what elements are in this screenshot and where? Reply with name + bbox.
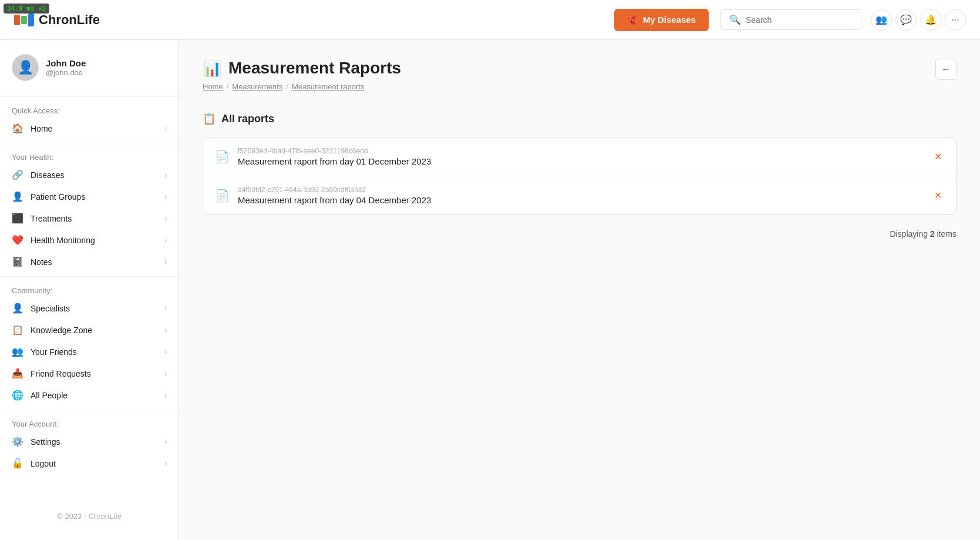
chevron-right-icon: › [164, 214, 167, 223]
sidebar-item-knowledge-zone[interactable]: 📋 Knowledge Zone › [0, 319, 179, 341]
user-name: John Doe [46, 58, 86, 68]
search-icon: 🔍 [729, 14, 741, 25]
search-input[interactable] [746, 15, 853, 25]
sidebar-item-diseases[interactable]: 🔗 Diseases › [0, 164, 179, 186]
sidebar-item-all-people-label: All People [31, 391, 68, 400]
logo-icon [14, 14, 34, 26]
user-info: John Doe @john.doe [46, 58, 86, 77]
reports-list: 📄 f52093ed-4bad-47lb-aee0-3231198c6edd M… [203, 137, 957, 215]
chevron-right-icon: › [164, 171, 167, 179]
sidebar-item-home[interactable]: 🏠 Home › [0, 118, 179, 139]
sidebar-item-patient-groups-label: Patient Groups [31, 192, 85, 202]
bell-icon-button[interactable]: 🔔 [920, 9, 941, 31]
report-item: 📄 a4f50fd2-c291-464a-9a92-2a60cdf6a532 M… [203, 176, 956, 214]
user-section: 👤 John Doe @john.doe [0, 49, 179, 93]
chevron-right-icon: › [164, 258, 167, 266]
page-title-section: 📊 Measurement Raports Home / Measurement… [203, 59, 401, 108]
sidebar-item-knowledge-zone-label: Knowledge Zone [31, 326, 92, 335]
breadcrumb-measurement-raports[interactable]: Measurement raports [292, 82, 365, 91]
your-health-label: Your Health: [0, 147, 179, 164]
displaying-suffix: items [935, 229, 957, 239]
displaying-count: 2 [930, 229, 935, 239]
chevron-right-icon: › [164, 391, 167, 400]
chevron-right-icon: › [164, 193, 167, 201]
section-icon: 📋 [203, 112, 215, 125]
report-item: 📄 f52093ed-4bad-47lb-aee0-3231198c6edd M… [203, 137, 956, 176]
more-icon-button[interactable]: ··· [945, 9, 966, 31]
sidebar: 👤 John Doe @john.doe Quick Access: 🏠 Hom… [0, 40, 179, 540]
app-logo[interactable]: ChronLife [14, 12, 100, 28]
breadcrumb-measurements[interactable]: Measurements [232, 82, 282, 91]
page-title-row: 📊 Measurement Raports [203, 59, 401, 78]
back-button[interactable]: ← [935, 59, 957, 80]
chevron-right-icon: › [164, 125, 167, 133]
chevron-right-icon: › [164, 370, 167, 378]
sidebar-item-diseases-label: Diseases [31, 170, 65, 180]
section-title: All raports [221, 113, 274, 125]
search-box: 🔍 [720, 9, 861, 30]
sidebar-item-specialists[interactable]: 👤 Specialists › [0, 297, 179, 319]
avatar: 👤 [12, 54, 39, 81]
home-icon: 🏠 [12, 123, 23, 134]
treatments-icon: ⬛ [12, 213, 23, 224]
report-file-icon: 📄 [215, 189, 230, 203]
page-title: Measurement Raports [228, 59, 401, 78]
displaying-count-text: Displaying 2 items [203, 229, 957, 239]
chevron-right-icon: › [164, 304, 167, 313]
specialists-icon: 👤 [12, 303, 23, 314]
chat-icon-button[interactable]: 💬 [895, 9, 917, 31]
topbar: ChronLife 🫀 My Diseases 🔍 👥 💬 🔔 ··· [0, 0, 980, 40]
sidebar-item-health-monitoring-label: Health Monitoring [31, 236, 95, 245]
people-icon-button[interactable]: 👥 [871, 9, 892, 31]
your-friends-icon: 👥 [12, 346, 23, 357]
page-title-icon: 📊 [203, 59, 221, 78]
report-uuid-2: a4f50fd2-c291-464a-9a92-2a60cdf6a532 [238, 186, 431, 194]
my-diseases-button[interactable]: 🫀 My Diseases [614, 9, 709, 31]
layout: 👤 John Doe @john.doe Quick Access: 🏠 Hom… [0, 40, 980, 540]
report-file-icon: 📄 [215, 150, 230, 164]
sidebar-item-your-friends-label: Your Friends [31, 347, 77, 357]
page-header: 📊 Measurement Raports Home / Measurement… [203, 59, 957, 108]
my-diseases-label: My Diseases [643, 15, 696, 25]
sidebar-footer: © 2023 - ChronLife [0, 498, 179, 525]
breadcrumb-home[interactable]: Home [203, 82, 223, 91]
chevron-right-icon: › [164, 348, 167, 356]
section-header: 📋 All raports [203, 112, 957, 125]
sidebar-item-notes[interactable]: 📓 Notes › [0, 251, 179, 273]
sidebar-item-friend-requests[interactable]: 📥 Friend Requests › [0, 363, 179, 384]
breadcrumb-sep-2: / [286, 82, 288, 91]
my-diseases-icon: 🫀 [627, 15, 638, 25]
sidebar-item-logout[interactable]: 🔓 Logout › [0, 452, 179, 474]
sidebar-item-friend-requests-label: Friend Requests [31, 369, 91, 378]
notes-icon: 📓 [12, 256, 23, 267]
report-uuid-1: f52093ed-4bad-47lb-aee0-3231198c6edd [238, 147, 431, 155]
friend-requests-icon: 📥 [12, 368, 23, 379]
report-name-2: Measurement raport from day 04 December … [238, 195, 431, 205]
report-name-1: Measurement raport from day 01 December … [238, 156, 431, 166]
user-handle: @john.doe [46, 68, 86, 77]
quick-access-label: Quick Access: [0, 100, 179, 118]
sidebar-item-all-people[interactable]: 🌐 All People › [0, 384, 179, 406]
sidebar-item-your-friends[interactable]: 👥 Your Friends › [0, 341, 179, 363]
chevron-right-icon: › [164, 236, 167, 244]
displaying-prefix: Displaying [890, 229, 930, 239]
sidebar-item-treatments[interactable]: ⬛ Treatments › [0, 207, 179, 229]
chevron-right-icon: › [164, 459, 167, 468]
knowledge-zone-icon: 📋 [12, 324, 23, 336]
sidebar-item-notes-label: Notes [31, 257, 52, 267]
sidebar-item-settings[interactable]: ⚙️ Settings › [0, 431, 179, 452]
sidebar-item-specialists-label: Specialists [31, 304, 70, 313]
chevron-right-icon: › [164, 438, 167, 446]
sidebar-item-health-monitoring[interactable]: ❤️ Health Monitoring › [0, 229, 179, 251]
main-content: 📊 Measurement Raports Home / Measurement… [179, 40, 980, 540]
sidebar-item-patient-groups[interactable]: 👤 Patient Groups › [0, 186, 179, 207]
report-close-button-1[interactable]: ✕ [932, 149, 944, 165]
report-close-button-2[interactable]: ✕ [932, 187, 944, 203]
breadcrumb: Home / Measurements / Measurement raport… [203, 82, 401, 91]
app-name: ChronLife [39, 12, 100, 28]
all-people-icon: 🌐 [12, 390, 23, 401]
topbar-icons: 👥 💬 🔔 ··· [871, 9, 966, 31]
health-monitoring-icon: ❤️ [12, 234, 23, 246]
sidebar-item-settings-label: Settings [31, 437, 60, 447]
sidebar-item-treatments-label: Treatments [31, 214, 72, 223]
